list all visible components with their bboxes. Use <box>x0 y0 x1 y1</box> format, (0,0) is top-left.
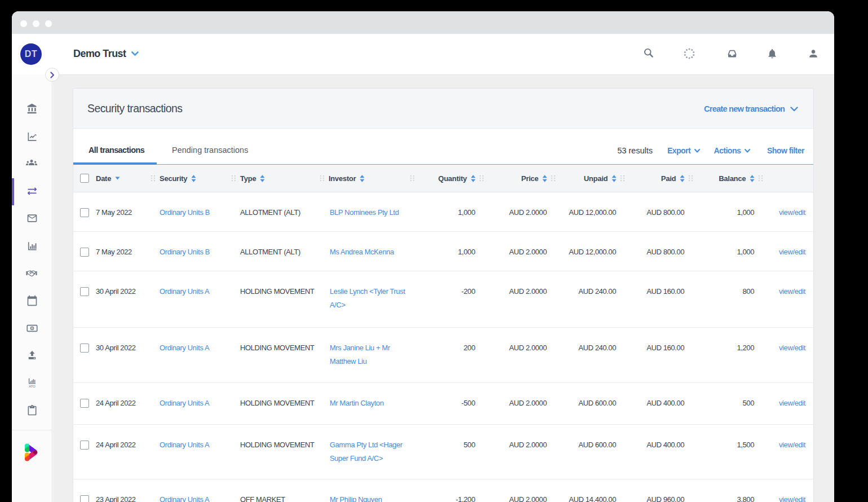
svg-text:ATO: ATO <box>29 385 36 388</box>
